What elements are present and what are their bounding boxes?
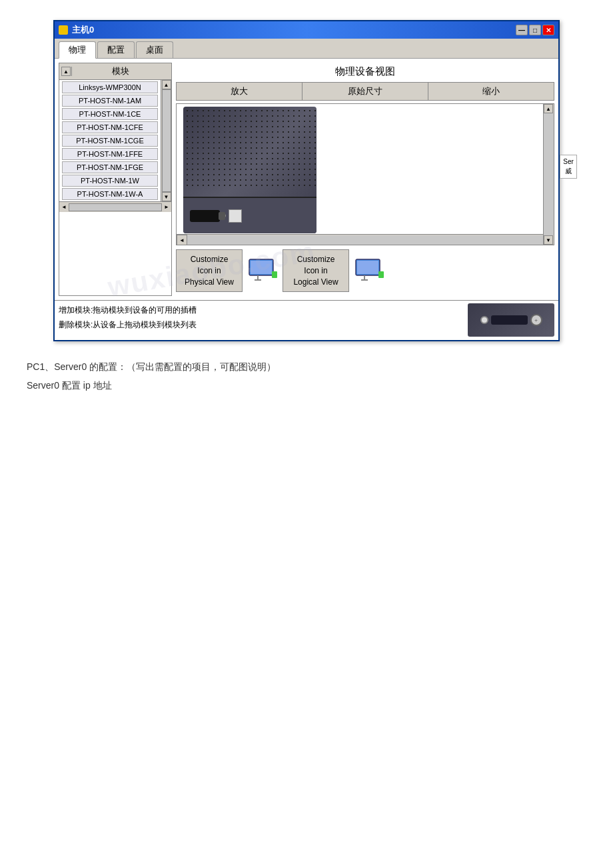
svg-rect-7	[364, 275, 365, 279]
module-item-5[interactable]: PT-HOST-NM-1FFE	[62, 148, 158, 160]
original-size-button[interactable]: 原始尺寸	[302, 82, 428, 101]
customize-logical-button[interactable]: Customize Icon in Logical View	[283, 249, 349, 292]
info-area: 增加模块:拖动模块到设备的可用的插槽 删除模块:从设备上拖动模块到模块列表 +	[55, 300, 558, 340]
view-scroll-up[interactable]: ▲	[544, 104, 553, 113]
device-view-container: ▲ ▼ ◄ ►	[176, 103, 554, 245]
info-line1: 增加模块:拖动模块到设备的可用的插槽	[59, 303, 461, 318]
window-body: ▲ 模块 Linksys-WMP300N PT-HOST-NM-1AM PT-H…	[55, 59, 558, 340]
customize-logical-line2: Icon in	[304, 266, 327, 275]
title-bar: 主机0 — □ ✕	[55, 21, 558, 39]
view-scroll-down[interactable]: ▼	[544, 235, 553, 245]
sidebar-label-2: 威	[562, 167, 575, 176]
module-scrollbar-h: ◄ ►	[59, 201, 171, 212]
tab-physical[interactable]: 物理	[59, 41, 96, 59]
module-scrollbar-v: ▲ ▼	[161, 80, 171, 201]
minimize-button[interactable]: —	[516, 25, 528, 35]
module-list-wrapper: Linksys-WMP300N PT-HOST-NM-1AM PT-HOST-N…	[59, 80, 171, 201]
customize-logical-line1: Customize	[297, 255, 335, 264]
device-view-scrollbar-v: ▲ ▼	[543, 104, 554, 245]
svg-rect-3	[255, 279, 261, 281]
sidebar-label-1: Ser	[562, 157, 575, 167]
info-device-image: +	[468, 303, 554, 337]
device-image-area	[177, 104, 554, 234]
tab-config[interactable]: 配置	[97, 41, 135, 58]
close-button[interactable]: ✕	[542, 25, 554, 35]
below-line2: Server0 配置 ip 地址	[27, 376, 586, 395]
below-text-area: PC1、Server0 的配置：（写出需配置的项目，可配图说明） Server0…	[27, 357, 586, 395]
module-item-2[interactable]: PT-HOST-NM-1CE	[62, 108, 158, 120]
module-item-7[interactable]: PT-HOST-NM-1W	[62, 175, 158, 187]
device-port-white	[229, 209, 242, 223]
zoom-buttons: 放大 原始尺寸 缩小	[176, 82, 554, 101]
zoom-in-button[interactable]: 放大	[176, 82, 302, 101]
module-panel: ▲ 模块 Linksys-WMP300N PT-HOST-NM-1AM PT-H…	[59, 63, 172, 296]
device-graphic	[183, 107, 316, 233]
tab-desktop[interactable]: 桌面	[136, 41, 173, 58]
customize-physical-line2: Icon in	[197, 266, 221, 275]
module-item-1[interactable]: PT-HOST-NM-1AM	[62, 95, 158, 107]
device-title: 物理设备视图	[176, 63, 554, 82]
title-controls: — □ ✕	[516, 25, 554, 35]
view-v-track[interactable]	[544, 113, 554, 235]
module-item-4[interactable]: PT-HOST-NM-1CGE	[62, 135, 158, 147]
view-h-track[interactable]	[187, 235, 543, 245]
svg-rect-2	[257, 275, 259, 279]
zoom-out-button[interactable]: 缩小	[428, 82, 554, 101]
customize-logical-line3: Logical View	[293, 277, 338, 287]
module-scroll-right[interactable]: ►	[162, 203, 171, 212]
content-area: ▲ 模块 Linksys-WMP300N PT-HOST-NM-1AM PT-H…	[55, 59, 558, 300]
module-scroll-track[interactable]	[162, 89, 171, 192]
module-header-text: 模块	[72, 65, 169, 77]
svg-rect-8	[361, 279, 368, 281]
customize-row: Customize Icon in Physical View	[176, 245, 554, 296]
below-line1: PC1、Server0 的配置：（写出需配置的项目，可配图说明）	[27, 357, 586, 376]
sidebar-partial-label: Ser 威	[560, 155, 577, 179]
customize-physical-icon	[247, 257, 279, 284]
tab-bar: 物理 配置 桌面	[55, 39, 558, 59]
main-window: 主机0 — □ ✕ 物理 配置 桌面 ▲	[53, 20, 560, 341]
module-list: Linksys-WMP300N PT-HOST-NM-1AM PT-HOST-N…	[59, 80, 161, 201]
module-scroll-down[interactable]: ▼	[162, 192, 171, 201]
device-view-scrollbar-h: ◄ ►	[177, 234, 554, 245]
customize-logical-icon	[353, 257, 385, 284]
module-scroll-h-track[interactable]	[69, 203, 162, 211]
restore-button[interactable]: □	[529, 25, 541, 35]
window-title: 主机0	[72, 24, 94, 36]
module-item-0[interactable]: Linksys-WMP300N	[62, 81, 158, 93]
module-scroll-up[interactable]: ▲	[162, 80, 171, 89]
device-panel: 物理设备视图 放大 原始尺寸 缩小	[176, 63, 554, 296]
svg-rect-6	[357, 261, 378, 274]
module-item-8[interactable]: PT-HOST-NM-1W-A	[62, 188, 158, 200]
module-scroll-left[interactable]: ◄	[59, 203, 69, 212]
device-ventilation-dots	[183, 107, 316, 187]
module-header: ▲ 模块	[59, 63, 171, 80]
customize-physical-line3: Physical View	[185, 277, 234, 287]
device-bottom-area	[183, 197, 316, 233]
customize-physical-line1: Customize	[191, 255, 229, 264]
monitor-icon-physical	[248, 258, 277, 283]
scroll-up-arrow[interactable]: ▲	[61, 67, 71, 76]
svg-rect-9	[378, 271, 384, 278]
info-text: 增加模块:拖动模块到设备的可用的插槽 删除模块:从设备上拖动模块到模块列表	[59, 303, 461, 332]
module-item-3[interactable]: PT-HOST-NM-1CFE	[62, 121, 158, 133]
title-icon	[59, 25, 68, 35]
module-scroll-top: ▲	[61, 67, 72, 76]
svg-rect-4	[272, 271, 277, 278]
view-scroll-left[interactable]: ◄	[177, 235, 187, 245]
module-item-6[interactable]: PT-HOST-NM-1FGE	[62, 161, 158, 173]
info-line2: 删除模块:从设备上拖动模块到模块列表	[59, 318, 461, 333]
monitor-icon-logical	[354, 258, 384, 283]
svg-rect-1	[251, 261, 272, 274]
customize-physical-button[interactable]: Customize Icon in Physical View	[176, 249, 243, 292]
